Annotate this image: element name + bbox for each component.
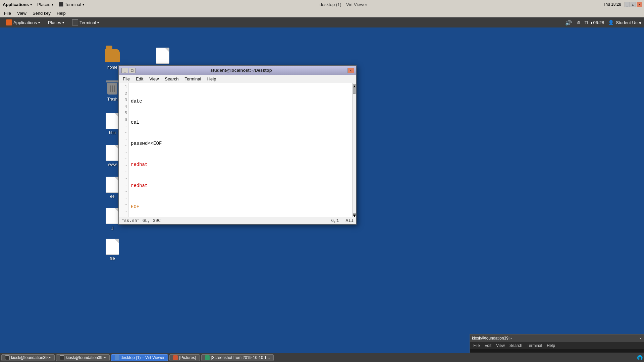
- desktop-icon-blank[interactable]: [149, 48, 176, 65]
- taskbar-item-5[interactable]: [Screenshot from 2019-10-10 1...: [201, 354, 274, 361]
- trash-icon-label: Trash: [107, 97, 117, 102]
- www-icon-label: www: [108, 162, 117, 167]
- bt-view-menu[interactable]: View: [494, 343, 507, 349]
- guest-user-button[interactable]: 👤 Student User: [608, 20, 641, 25]
- taskbar-right: 🌐: [637, 355, 643, 360]
- bt-edit-menu[interactable]: Edit: [482, 343, 493, 349]
- guest-places-arrow: ▾: [62, 21, 64, 24]
- desktop-icon-file[interactable]: file: [99, 239, 126, 261]
- vim-tilde: ~: [120, 169, 127, 176]
- bt-file-menu[interactable]: File: [471, 343, 482, 349]
- taskbar-label-2: kiosk@foundation39:~: [66, 355, 106, 360]
- bottom-terminal-close-button[interactable]: ×: [640, 336, 642, 340]
- bottom-terminal-titlebar: kiosk@foundation39:~ ×: [470, 335, 644, 342]
- vim-tilde: ~: [120, 130, 127, 136]
- guest-terminal-arrow: ▾: [97, 21, 99, 24]
- terminal-file-menu[interactable]: File: [120, 76, 132, 82]
- guest-network-icon: 🖥: [576, 20, 581, 25]
- taskbar-item-3[interactable]: desktop (1) – Virt Viewer: [111, 354, 168, 361]
- trash-line: [112, 85, 113, 92]
- vim-tilde: ~: [120, 188, 127, 195]
- host-minimize-button[interactable]: _: [625, 2, 630, 7]
- jj-file-shape: [106, 208, 119, 224]
- hhh-icon-label: hhh: [109, 130, 116, 135]
- guest-applications-label: Applications: [13, 20, 37, 25]
- guest-clock: Thu 06:28: [585, 20, 604, 25]
- guest-applications-button[interactable]: Applications ▾: [3, 19, 43, 26]
- vim-scroll-down[interactable]: ▼: [353, 213, 356, 216]
- guest-terminal-button[interactable]: Terminal ▾: [69, 19, 102, 26]
- bt-search-menu[interactable]: Search: [507, 343, 524, 349]
- vim-line-4: redhat: [131, 161, 350, 168]
- terminal-title: student@localhost:~/Desktop: [136, 68, 347, 73]
- vim-tilde: ~: [120, 156, 127, 163]
- vim-scrollbar[interactable]: ▲ ▼: [352, 83, 356, 217]
- bt-help-menu[interactable]: Help: [545, 343, 557, 349]
- guest-volume-icon[interactable]: 🔊: [565, 19, 572, 26]
- vim-tilde: ~: [120, 208, 127, 215]
- terminal-minimize-button[interactable]: _: [121, 68, 128, 73]
- trash-lines: [110, 85, 115, 92]
- virt-viewer-menubar: File View Send key Help: [0, 9, 644, 17]
- vim-line-6: EOF: [131, 203, 350, 210]
- guest-terminal-icon: [72, 19, 78, 25]
- vim-status-filename: "ss.sh" 6L, 39C: [121, 218, 331, 223]
- terminal-edit-menu[interactable]: Edit: [133, 76, 146, 82]
- bottom-terminal-title: kiosk@foundation39:~: [472, 336, 640, 341]
- terminal-help-menu[interactable]: Help: [205, 76, 219, 82]
- guest-places-label: Places: [48, 20, 61, 25]
- terminal-view-menu[interactable]: View: [147, 76, 161, 82]
- host-close-button[interactable]: ×: [637, 2, 642, 7]
- terminal-search-menu[interactable]: Search: [162, 76, 181, 82]
- guest-panel: Applications ▾ Places ▾ Terminal ▾ 🔊 🖥 T…: [0, 17, 644, 27]
- vim-tilde: ~: [120, 195, 127, 202]
- taskbar-label-3: desktop (1) – Virt Viewer: [121, 355, 165, 360]
- host-terminal-icon: [59, 2, 63, 7]
- jj-icon-image: [104, 208, 120, 224]
- guest-panel-right: 🔊 🖥 Thu 06:28 👤 Student User: [565, 19, 641, 26]
- guest-places-button[interactable]: Places ▾: [45, 19, 67, 26]
- vim-tilde: ~: [120, 143, 127, 149]
- taskbar-label-1: kiosk@foundation39:~: [11, 355, 51, 360]
- guest-user-label: Student User: [616, 20, 641, 25]
- host-terminal-menu[interactable]: Terminal: [56, 1, 87, 8]
- host-places-menu[interactable]: Places: [35, 1, 56, 8]
- virt-sendkey-menu[interactable]: Send key: [30, 10, 53, 16]
- terminal-terminal-menu[interactable]: Terminal: [182, 76, 204, 82]
- trash-line: [110, 85, 111, 92]
- vim-scroll-thumb[interactable]: [353, 87, 356, 94]
- taskbar-item-1[interactable]: kiosk@foundation39:~: [1, 354, 55, 361]
- taskbar-label-4: [Pictures]: [179, 355, 196, 360]
- vim-statusbar: "ss.sh" 6L, 39C 6,1 All: [119, 217, 356, 224]
- blank-icon-image: [155, 48, 171, 64]
- bottom-terminal-menubar: File Edit View Search Terminal Help: [470, 342, 644, 349]
- ee-icon-image: [104, 177, 120, 193]
- terminal-menubar: File Edit View Search Terminal Help: [119, 75, 356, 83]
- terminal-maximize-button[interactable]: □: [129, 68, 136, 73]
- vim-tilde: ~: [120, 201, 127, 208]
- host-time: Thu 18:28: [600, 2, 625, 7]
- taskbar-icon-2: [60, 355, 64, 360]
- taskbar-icon-4: [173, 355, 178, 360]
- home-icon-image: [104, 48, 120, 64]
- bt-terminal-menu[interactable]: Terminal: [525, 343, 544, 349]
- host-bar: Applications Places Terminal desktop (1)…: [0, 0, 644, 9]
- vim-scroll-up[interactable]: ▲: [353, 84, 356, 87]
- taskbar-item-2[interactable]: kiosk@foundation39:~: [56, 354, 109, 361]
- guest-taskbar: kiosk@foundation39:~ kiosk@foundation39:…: [0, 353, 644, 362]
- file-icon-label: file: [110, 256, 115, 261]
- vim-line-5: redhat: [131, 182, 350, 189]
- taskbar-item-4[interactable]: [Pictures]: [169, 354, 200, 361]
- vim-tilde: ~: [120, 182, 127, 189]
- virt-view-menu[interactable]: View: [14, 10, 29, 16]
- vim-editor[interactable]: 1 2 3 4 5 6 ~ ~ ~ ~ ~ ~ ~ ~ ~ ~ ~: [119, 83, 356, 217]
- vim-line-number: 6: [120, 117, 127, 123]
- virt-file-menu[interactable]: File: [1, 10, 14, 16]
- host-maximize-button[interactable]: □: [631, 2, 636, 7]
- host-applications-menu[interactable]: Applications: [0, 1, 35, 8]
- virt-help-menu[interactable]: Help: [54, 10, 68, 16]
- terminal-close-button[interactable]: ×: [347, 68, 354, 73]
- vim-text-area[interactable]: date cal passwd<<EOF redhat redhat EOF: [129, 83, 352, 217]
- hhh-icon-image: [104, 113, 120, 129]
- guest-user-icon: 👤: [608, 20, 614, 25]
